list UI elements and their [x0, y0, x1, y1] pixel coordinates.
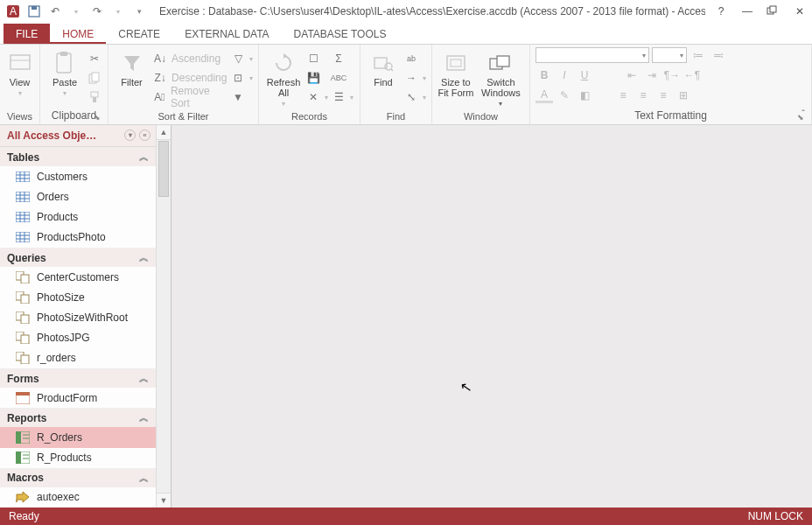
font-color-button[interactable]: A [536, 88, 553, 103]
ascending-button[interactable]: A↓Ascending [153, 50, 228, 67]
table-item-productsphoto[interactable]: ProductsPhoto [0, 228, 156, 248]
group-sort-filter: Filter A↓Ascending Z↓Descending A⃠Remove… [108, 45, 259, 124]
query-item-photosizewithroot[interactable]: PhotoSizeWithRoot [0, 307, 156, 327]
report-item-rorders[interactable]: R_Orders [0, 427, 156, 447]
view-button[interactable]: View ▾ [5, 47, 34, 97]
query-item-rorders[interactable]: r_orders [0, 348, 156, 368]
font-row-3: A ✎ ◧ ≡ ≡ ≡ ⊞ [536, 88, 692, 103]
totals-button[interactable]: Σ [332, 50, 354, 67]
dialog-launcher-icon[interactable]: ⬊ [94, 113, 101, 122]
cat-forms[interactable]: Forms︽ [0, 368, 156, 388]
tab-external-data[interactable]: EXTERNAL DATA [172, 24, 281, 44]
nav-header[interactable]: All Access Obje… ▾« [0, 125, 156, 147]
nav-collapse-icon[interactable]: « [139, 130, 150, 141]
report-item-rproducts[interactable]: R_Products [0, 448, 156, 468]
tab-create[interactable]: CREATE [106, 24, 172, 44]
select-button[interactable]: ⤡▾ [404, 88, 426, 106]
save-record-button[interactable]: 💾 [306, 69, 328, 87]
size-to-fit-button[interactable]: Size to Fit Form [438, 47, 474, 98]
advanced-button[interactable]: ⊡▾ [231, 69, 253, 87]
descending-button[interactable]: Z↓Descending [153, 69, 228, 87]
svg-rect-58 [16, 452, 21, 464]
group-label-find: Find [366, 109, 426, 124]
cat-tables[interactable]: Tables︽ [0, 147, 156, 166]
view-icon [8, 51, 32, 75]
rtl-button[interactable]: ←¶ [683, 67, 701, 83]
replace-button[interactable]: ab [404, 50, 426, 67]
scroll-up-icon[interactable]: ▲ [157, 125, 171, 140]
find-button[interactable]: Find [366, 47, 401, 88]
size-label: Size to Fit Form [438, 77, 473, 98]
highlight-button[interactable]: ✎ [556, 88, 573, 103]
help-icon[interactable]: ? [714, 5, 728, 18]
copy-icon [88, 71, 102, 85]
svg-rect-42 [21, 275, 29, 284]
cat-reports[interactable]: Reports︽ [0, 408, 156, 427]
restore-icon[interactable] [766, 5, 780, 18]
font-name-combo[interactable]: ▾ [536, 47, 649, 63]
filter-button[interactable]: Filter [114, 47, 150, 88]
nav-scrollbar[interactable]: ▲ ▼ [156, 125, 171, 508]
remove-sort-button[interactable]: A⃠Remove Sort [153, 88, 228, 106]
goto-button[interactable]: →▾ [404, 69, 426, 87]
align-left-button[interactable]: ≡ [614, 88, 632, 103]
undo-icon[interactable]: ↶ [47, 4, 63, 19]
table-item-orders[interactable]: Orders [0, 186, 156, 206]
save-icon[interactable] [26, 4, 42, 19]
selection-button[interactable]: ▽▾ [231, 50, 253, 67]
delete-record-button[interactable]: ✕▾ [306, 88, 328, 106]
ltr-button[interactable]: ¶→ [663, 67, 681, 83]
spelling-button[interactable]: ABC [332, 69, 354, 87]
italic-button[interactable]: I [556, 67, 573, 83]
macro-item-autoexec[interactable]: autoexec [0, 487, 156, 508]
bullets-button[interactable]: ≔ [690, 47, 707, 63]
undo-dropdown-icon[interactable]: ▾ [68, 4, 84, 19]
increase-indent-button[interactable]: ⇥ [643, 67, 661, 83]
redo-icon[interactable]: ↷ [89, 4, 105, 19]
decrease-indent-button[interactable]: ⇤ [623, 67, 640, 83]
refresh-all-button[interactable]: Refresh All ▾ [264, 47, 303, 108]
underline-button[interactable]: U [576, 67, 593, 83]
form-item-productform[interactable]: ProductForm [0, 388, 156, 408]
table-item-products[interactable]: Products [0, 207, 156, 228]
gridlines-button[interactable]: ⊞ [675, 88, 692, 103]
toggle-filter-button[interactable]: ▼ [231, 88, 253, 106]
close-icon[interactable]: ✕ [793, 5, 807, 18]
nav-menu-icon[interactable]: ▾ [124, 130, 136, 141]
query-item-photosize[interactable]: PhotoSize [0, 287, 156, 307]
bold-button[interactable]: B [536, 67, 553, 83]
query-item-centercustomers[interactable]: CenterCustomers [0, 267, 156, 287]
cat-macros[interactable]: Macros︽ [0, 468, 156, 487]
table-item-customers[interactable]: Customers [0, 166, 156, 186]
fill-button[interactable]: ◧ [576, 88, 593, 103]
navigation-pane: All Access Obje… ▾« Tables︽ Customers Or… [0, 125, 172, 508]
cat-queries[interactable]: Queries︽ [0, 248, 156, 267]
switch-windows-button[interactable]: Switch Windows ▾ [478, 47, 524, 108]
query-icon [16, 332, 30, 344]
qat-customize-icon[interactable]: ▾ [131, 4, 147, 19]
minimize-icon[interactable]: — [740, 5, 754, 18]
chevron-down-icon: ▾ [18, 89, 22, 97]
numbering-button[interactable]: ≕ [710, 47, 727, 63]
title-bar: A ↶ ▾ ↷ ▾ ▾ Exercise : Database- C:\User… [0, 0, 812, 23]
more-button[interactable]: ☰▾ [332, 88, 354, 106]
cut-button[interactable]: ✂ [88, 50, 102, 67]
tab-home[interactable]: HOME [50, 24, 106, 44]
font-size-combo[interactable]: ▾ [652, 47, 687, 63]
tab-file[interactable]: FILE [4, 24, 50, 44]
paste-button[interactable]: Paste ▾ [46, 47, 84, 97]
collapse-ribbon-icon[interactable]: ˆ [802, 108, 805, 119]
query-item-photosjpg[interactable]: PhotosJPG [0, 328, 156, 348]
format-painter-button[interactable] [88, 88, 102, 106]
redo-dropdown-icon[interactable]: ▾ [110, 4, 126, 19]
tab-database-tools[interactable]: DATABASE TOOLS [282, 24, 399, 44]
sort-desc-icon: Z↓ [153, 71, 167, 85]
scroll-thumb[interactable] [158, 141, 169, 197]
align-center-button[interactable]: ≡ [634, 88, 652, 103]
font-row-2: B I U ⇤ ⇥ ¶→ ←¶ [536, 67, 701, 83]
scroll-down-icon[interactable]: ▼ [157, 493, 171, 508]
align-right-button[interactable]: ≡ [654, 88, 672, 103]
copy-button[interactable] [88, 69, 102, 87]
status-left: Ready [9, 510, 39, 522]
new-record-button[interactable]: ☐ [306, 50, 328, 67]
